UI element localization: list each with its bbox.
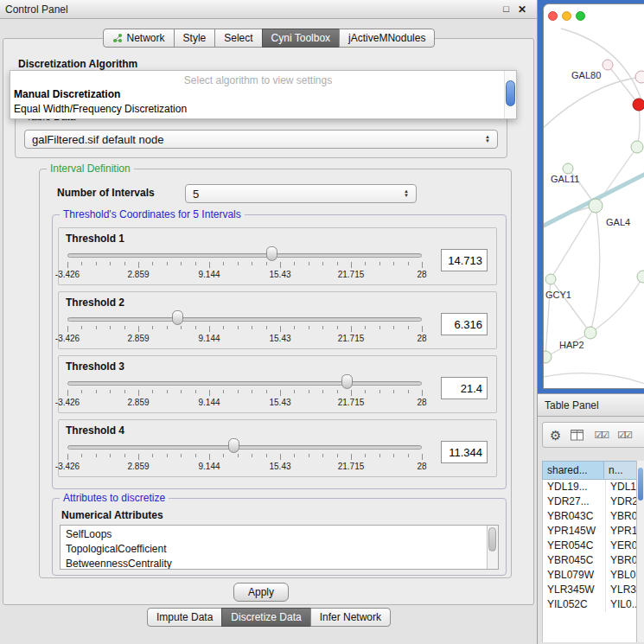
popup-option-equal-width-frequency[interactable]: Equal Width/Frequency Discretization <box>14 102 502 117</box>
table-row[interactable]: YBR043CYBR0... <box>543 509 637 524</box>
tab-label: Network <box>127 32 165 44</box>
network-node[interactable] <box>589 199 603 213</box>
slider-ticks <box>67 262 422 269</box>
threshold-slider[interactable]: -3.4262.8599.14415.4321.71528 <box>66 438 427 476</box>
columns-icon[interactable] <box>571 430 584 441</box>
network-node-label: GAL4 <box>606 217 630 227</box>
control-panel-titlebar[interactable]: Control Panel □ ✕ <box>0 0 537 19</box>
threshold-slider[interactable]: -3.4262.8599.14415.4321.71528 <box>66 310 427 348</box>
attribute-list-scrollbar-thumb[interactable] <box>488 527 496 552</box>
table-row[interactable]: YBL079WYBL0... <box>543 568 637 583</box>
network-node[interactable] <box>633 99 644 111</box>
network-node[interactable] <box>544 351 552 363</box>
gear-icon[interactable]: ⚙ <box>550 429 561 442</box>
network-node[interactable] <box>563 163 573 174</box>
table-data-combobox[interactable]: galFiltered.sif default node ▲▼ <box>24 130 498 149</box>
table-row[interactable]: YIL052CYIL0... <box>543 597 637 612</box>
table-scrollbar-thumb[interactable] <box>638 468 643 501</box>
interval-definition-group: Interval Definition Number of Intervals … <box>39 169 512 578</box>
table-panel-title: Table Panel <box>545 399 599 411</box>
threshold-slider[interactable]: -3.4262.8599.14415.4321.71528 <box>66 246 427 284</box>
number-of-intervals-value: 5 <box>193 188 199 201</box>
popup-scrollbar[interactable] <box>504 71 516 118</box>
threshold-block: Threshold 2 -3.4262.8599.14415.4321.7152… <box>58 291 497 349</box>
number-of-intervals-combobox[interactable]: 5 ▲▼ <box>185 184 417 203</box>
thresholds-group: Threshold's Coordinates for 5 Intervals … <box>52 214 507 489</box>
network-node[interactable] <box>603 60 613 70</box>
network-node[interactable] <box>635 71 644 83</box>
table-row[interactable]: YER054CYER0... <box>543 539 637 553</box>
tab-impute-data[interactable]: Impute Data <box>147 608 222 627</box>
attribute-item[interactable]: TopologicalCoefficient <box>61 542 498 557</box>
threshold-value-field[interactable]: 6.316 <box>441 313 488 335</box>
network-node[interactable] <box>545 274 556 284</box>
column-header-name[interactable]: n... <box>604 461 637 480</box>
screen: Control Panel □ ✕ Network Style Select C… <box>0 0 644 644</box>
tab-infer-network[interactable]: Infer Network <box>310 608 391 627</box>
table-data-combobox-value: galFiltered.sif default node <box>32 133 163 146</box>
network-node[interactable] <box>637 271 644 283</box>
attribute-item[interactable]: SelfLoops <box>61 527 498 542</box>
network-node-label: GAL11 <box>551 174 579 184</box>
attribute-item[interactable]: BetweennessCentrality <box>61 557 498 570</box>
tab-jactivemnodules[interactable]: jActiveMNodules <box>339 29 435 48</box>
threshold-value-field[interactable]: 11.344 <box>441 441 488 463</box>
popup-option-manual-discretization[interactable]: Manual Discretization <box>14 87 502 102</box>
popup-placeholder: Select algorithm to view settings <box>14 73 502 87</box>
table-row[interactable]: YLR345WYLR3... <box>543 583 637 597</box>
tab-network[interactable]: Network <box>103 29 175 48</box>
tab-label: Infer Network <box>320 611 381 623</box>
bottom-tab-bar: Impute Data Discretize Data Infer Networ… <box>0 608 538 627</box>
column-header-shared-name[interactable]: shared... <box>542 461 604 480</box>
threshold-slider[interactable]: -3.4262.8599.14415.4321.71528 <box>66 374 427 412</box>
network-canvas[interactable]: GAL80GAL11GAL4GCY1HAP2 <box>544 4 644 390</box>
network-node[interactable] <box>631 141 643 153</box>
apply-button[interactable]: Apply <box>233 583 289 602</box>
popup-scrollbar-thumb[interactable] <box>506 80 515 106</box>
select-all-rows-icon[interactable]: ☑☑ <box>594 430 608 440</box>
combobox-arrows-icon: ▲▼ <box>485 135 490 143</box>
slider-handle[interactable] <box>172 310 183 325</box>
table-panel-titlebar[interactable]: Table Panel <box>538 393 644 417</box>
network-tab-icon <box>112 33 123 43</box>
network-edge <box>544 373 644 385</box>
table-data-group: Table Data galFiltered.sif default node … <box>15 117 507 158</box>
tab-discretize-data[interactable]: Discretize Data <box>221 608 310 627</box>
undock-icon[interactable]: □ <box>503 4 509 14</box>
threshold-block: Threshold 4 -3.4262.8599.14415.4321.7152… <box>58 419 497 477</box>
table-row[interactable]: YBR045CYBR0... <box>543 553 637 568</box>
interval-definition-legend: Interval Definition <box>47 163 134 175</box>
cyni-toolbox-panel: Discretization Algorithm Select algorith… <box>3 38 534 605</box>
threshold-list: Threshold 1 -3.4262.8599.14415.4321.7152… <box>53 215 506 477</box>
window-title: Control Panel <box>5 3 68 16</box>
network-node-label: HAP2 <box>559 340 584 350</box>
tab-select[interactable]: Select <box>214 29 262 48</box>
table-toolbar: ⚙ ☑☑ ☑☑ <box>542 422 644 448</box>
network-node[interactable] <box>584 327 596 339</box>
threshold-label: Threshold 2 <box>66 296 489 310</box>
tab-cyni-toolbox[interactable]: Cyni Toolbox <box>262 29 340 48</box>
table-rows: YDL19...YDL1...YDR27...YDR2...YBR043CYBR… <box>542 480 637 642</box>
table-scrollbar[interactable] <box>636 461 644 642</box>
slider-handle-area <box>67 310 422 326</box>
network-view[interactable]: GAL80GAL11GAL4GCY1HAP2 <box>538 0 644 393</box>
slider-handle[interactable] <box>228 438 239 453</box>
network-edge <box>551 279 590 333</box>
select-all-columns-icon[interactable]: ☑☑ <box>617 430 631 440</box>
table-row[interactable]: YDL19...YDL1... <box>543 480 637 494</box>
attributes-group: Attributes to discretize Numerical Attri… <box>52 498 507 576</box>
attribute-list-scrollbar[interactable] <box>487 526 498 569</box>
threshold-value-field[interactable]: 21.4 <box>441 377 488 399</box>
threshold-value-field[interactable]: 14.713 <box>441 249 488 271</box>
table-row[interactable]: YPR145WYPR1... <box>543 524 637 539</box>
table-panel: ⚙ ☑☑ ☑☑ shared... n... YDL19...YDL1...YD… <box>538 417 644 644</box>
slider-handle[interactable] <box>341 374 353 389</box>
table-row[interactable]: YDR27...YDR2... <box>543 494 637 509</box>
close-icon[interactable]: ✕ <box>518 4 526 15</box>
slider-handle[interactable] <box>266 246 277 261</box>
attribute-list[interactable]: SelfLoopsTopologicalCoefficientBetweenne… <box>60 525 499 570</box>
slider-scale: -3.4262.8599.14415.4321.71528 <box>67 462 422 472</box>
tab-style[interactable]: Style <box>174 29 216 48</box>
network-edge <box>544 206 596 227</box>
algorithm-dropdown-popup: Select algorithm to view settings Manual… <box>10 70 517 119</box>
